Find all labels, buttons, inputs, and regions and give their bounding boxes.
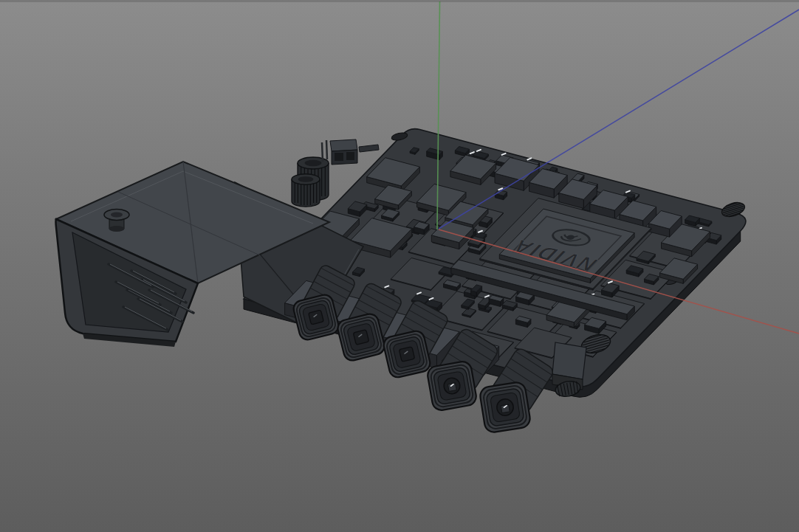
- small-io-connector: [322, 139, 379, 165]
- viewport-canvas[interactable]: NVIDIA: [0, 0, 799, 532]
- viewport-top-shade: [0, 0, 799, 2]
- scene-root: NVIDIA: [56, 129, 747, 434]
- 3d-viewport[interactable]: NVIDIA: [0, 0, 799, 532]
- knurled-barrel: [292, 174, 320, 207]
- pin-header: [359, 145, 379, 152]
